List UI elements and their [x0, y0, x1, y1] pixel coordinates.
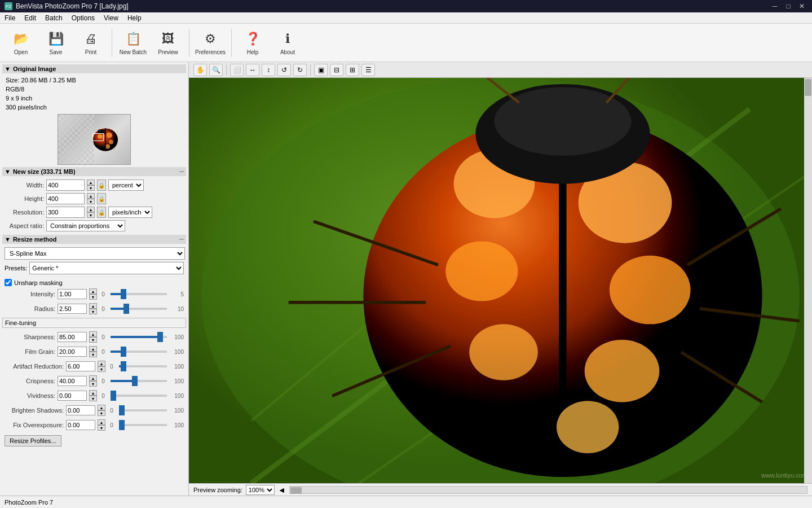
vividness-thumb[interactable]	[111, 391, 116, 401]
preview-button[interactable]: 🖼 Preview	[152, 27, 184, 59]
intensity-down[interactable]: ▼	[89, 294, 97, 300]
resolution-unit-select[interactable]: pixels/inch pixels/cm	[108, 207, 152, 218]
sharpness-down[interactable]: ▼	[89, 337, 97, 343]
vividness-up[interactable]: ▲	[89, 390, 97, 396]
crispness-track[interactable]	[111, 380, 167, 382]
radius-up[interactable]: ▲	[89, 303, 97, 309]
menu-file[interactable]: File	[0, 12, 20, 24]
arrow-h-button[interactable]: ↔	[246, 64, 259, 76]
preferences-button[interactable]: ⚙ Preferences	[194, 27, 227, 59]
width-down[interactable]: ▼	[87, 185, 95, 191]
intensity-up[interactable]: ▲	[89, 288, 97, 294]
scroll-left-arrow[interactable]: ◄	[278, 485, 286, 494]
fit-button[interactable]: ⬜	[230, 64, 244, 76]
film-grain-down[interactable]: ▼	[89, 352, 97, 357]
film-grain-input[interactable]	[58, 347, 87, 357]
width-unit-select[interactable]: percent pixels inches cm	[108, 179, 144, 191]
view-split-v-button[interactable]: ⊞	[346, 64, 359, 76]
brighten-shadows-thumb[interactable]	[119, 405, 125, 415]
save-button[interactable]: 💾 Save	[39, 27, 72, 59]
presets-select[interactable]: Generic * Photo Art Text	[29, 262, 184, 274]
fix-overexposure-down[interactable]: ▼	[98, 425, 105, 431]
menu-options[interactable]: Options	[67, 12, 99, 24]
fix-overexposure-track[interactable]	[119, 424, 167, 426]
crispness-up[interactable]: ▲	[89, 375, 97, 381]
resize-profiles-button[interactable]: Resize Profiles...	[5, 435, 61, 446]
brighten-shadows-input[interactable]	[66, 405, 95, 415]
new-size-header[interactable]: ▼ New size (333.71 MB) ···	[2, 167, 186, 176]
vividness-down[interactable]: ▼	[89, 396, 97, 401]
menu-view[interactable]: View	[99, 12, 123, 24]
vividness-spinner[interactable]: ▲ ▼	[89, 390, 97, 401]
help-button[interactable]: ❓ Help	[236, 27, 269, 59]
rotate-left-button[interactable]: ↺	[277, 64, 291, 76]
menu-edit[interactable]: Edit	[20, 12, 41, 24]
horizontal-scrollbar[interactable]	[289, 486, 807, 494]
zoom-select-button[interactable]: 🔍	[209, 64, 223, 76]
width-input[interactable]	[46, 179, 85, 191]
brighten-shadows-down[interactable]: ▼	[98, 410, 105, 416]
brighten-shadows-spinner[interactable]: ▲ ▼	[98, 405, 105, 416]
resize-method-select[interactable]: S-Spline Max S-Spline XL Lanczos Bicubic	[5, 247, 185, 260]
sharpness-thumb[interactable]	[157, 332, 163, 342]
res-down[interactable]: ▼	[87, 212, 95, 218]
minimize-button[interactable]: ─	[769, 2, 780, 10]
zoom-select[interactable]: 100% 50% 200% Fit	[246, 485, 275, 495]
crispness-spinner[interactable]: ▲ ▼	[89, 375, 97, 387]
radius-track[interactable]	[111, 308, 167, 310]
film-grain-track[interactable]	[111, 351, 167, 353]
radius-thumb[interactable]	[123, 304, 129, 314]
vertical-scrollbar[interactable]	[804, 78, 812, 483]
width-lock[interactable]: 🔒	[97, 179, 106, 191]
sharpness-input[interactable]	[58, 332, 87, 342]
intensity-input[interactable]	[58, 289, 87, 299]
arrow-v-button[interactable]: ↕	[262, 64, 275, 76]
close-button[interactable]: ✕	[796, 2, 807, 10]
sharpness-spinner[interactable]: ▲ ▼	[89, 331, 97, 343]
film-grain-thumb[interactable]	[121, 347, 126, 357]
menu-batch[interactable]: Batch	[41, 12, 67, 24]
resize-method-header[interactable]: ▼ Resize method ···	[2, 235, 186, 244]
resolution-input[interactable]	[46, 207, 85, 218]
height-lock[interactable]: 🔒	[97, 193, 106, 204]
res-up[interactable]: ▲	[87, 207, 95, 212]
view-4-button[interactable]: ☰	[361, 64, 375, 76]
scroll-thumb-v[interactable]	[805, 79, 811, 96]
radius-input[interactable]	[58, 304, 87, 314]
width-spinner[interactable]: ▲ ▼	[87, 179, 95, 191]
about-button[interactable]: ℹ About	[271, 27, 304, 59]
crispness-input[interactable]	[58, 376, 87, 386]
maximize-button[interactable]: □	[783, 2, 794, 10]
crispness-down[interactable]: ▼	[89, 381, 97, 387]
intensity-thumb[interactable]	[121, 289, 126, 299]
intensity-spinner[interactable]: ▲ ▼	[89, 288, 97, 300]
open-button[interactable]: 📂 Open	[5, 27, 37, 59]
artifact-up[interactable]: ▲	[98, 361, 105, 366]
fix-overexposure-input[interactable]	[66, 420, 95, 430]
rotate-right-button[interactable]: ↻	[293, 64, 307, 76]
view-single-button[interactable]: ▣	[314, 64, 328, 76]
new-batch-button[interactable]: 📋 New Batch	[117, 27, 149, 59]
print-button[interactable]: 🖨 Print	[74, 27, 107, 59]
view-split-h-button[interactable]: ⊟	[330, 64, 343, 76]
radius-down[interactable]: ▼	[89, 309, 97, 314]
fix-overexposure-up[interactable]: ▲	[98, 419, 105, 425]
height-input[interactable]	[46, 193, 85, 204]
radius-spinner[interactable]: ▲ ▼	[89, 303, 97, 314]
new-size-more[interactable]: ···	[179, 169, 184, 175]
resize-more[interactable]: ···	[179, 237, 184, 243]
crispness-thumb[interactable]	[132, 376, 138, 386]
hand-tool-button[interactable]: ✋	[193, 64, 207, 76]
width-up[interactable]: ▲	[87, 179, 95, 185]
scroll-thumb-h[interactable]	[290, 487, 302, 494]
artifact-spinner[interactable]: ▲ ▼	[98, 361, 105, 372]
res-lock[interactable]: 🔒	[97, 207, 106, 218]
vividness-input[interactable]	[58, 391, 87, 401]
unsharp-checkbox[interactable]	[5, 279, 12, 286]
original-image-header[interactable]: ▼ Original Image	[2, 64, 186, 73]
artifact-input[interactable]	[66, 361, 95, 371]
sharpness-up[interactable]: ▲	[89, 331, 97, 337]
aspect-select[interactable]: Constrain proportions Free Custom ratio	[46, 220, 125, 231]
artifact-down[interactable]: ▼	[98, 366, 105, 372]
film-grain-spinner[interactable]: ▲ ▼	[89, 346, 97, 357]
